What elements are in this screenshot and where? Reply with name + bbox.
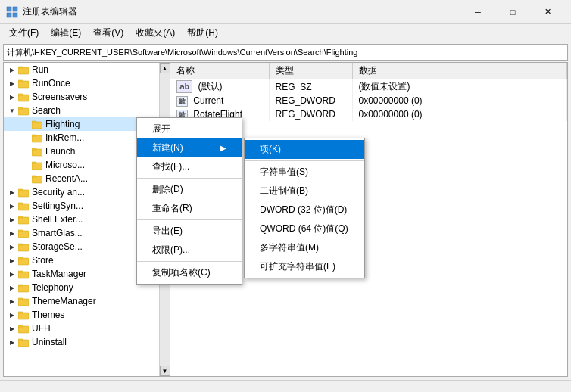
sub-item-dword[interactable]: DWORD (32 位)值(D) (245, 201, 364, 219)
window-controls: ─ □ ✕ (460, 0, 565, 24)
svg-rect-13 (32, 121, 36, 123)
ctx-copy-name[interactable]: 复制项名称(C) (137, 263, 242, 282)
sub-item-qword[interactable]: QWORD (64 位)值(Q) (245, 219, 364, 238)
reg-data-current: 0x00000000 (0) (352, 94, 567, 107)
maximize-button[interactable]: □ (495, 0, 530, 24)
table-row[interactable]: ab (默认) REG_SZ (数值未设置) (170, 79, 567, 95)
svg-rect-42 (18, 326, 29, 333)
ctx-find[interactable]: 查找(F)... (137, 157, 242, 176)
folder-icon-telephony (17, 282, 30, 293)
reg-data-default: (数值未设置) (352, 79, 567, 95)
arrow-taskmanager (7, 269, 17, 279)
arrow-telephony (7, 282, 17, 293)
tree-label-storagese: StorageSe... (32, 241, 83, 252)
svg-rect-24 (18, 204, 29, 210)
col-data[interactable]: 数据 (352, 63, 567, 79)
svg-rect-6 (18, 81, 29, 88)
arrow-recenta (20, 173, 31, 184)
reg-name-current: 鍁 Current (170, 94, 269, 107)
arrow-security (7, 187, 17, 198)
arrow-thememanager (7, 296, 17, 306)
address-path: 计算机\HKEY_CURRENT_USER\Software\Microsoft… (7, 47, 357, 58)
sub-item-binary[interactable]: 二进制值(B) (245, 182, 364, 201)
tree-label-flighting: Flighting (45, 119, 80, 129)
svg-rect-17 (32, 148, 36, 150)
tree-label-inkrem: InkRem... (45, 132, 84, 143)
tree-item-thememanager[interactable]: ThemeManager (4, 294, 159, 308)
ctx-export[interactable]: 导出(E) (137, 222, 242, 241)
status-bar (0, 380, 571, 392)
svg-rect-3 (13, 13, 17, 17)
folder-icon-taskmanager (17, 269, 30, 279)
folder-icon-ufh (17, 323, 30, 334)
svg-rect-38 (18, 299, 29, 306)
svg-rect-15 (32, 135, 36, 136)
menu-file[interactable]: 文件(F) (3, 25, 45, 41)
sub-item-string[interactable]: 字符串值(S) (245, 163, 364, 182)
close-button[interactable]: ✕ (530, 0, 565, 24)
menu-view[interactable]: 查看(V) (87, 25, 129, 41)
arrow-launch (20, 146, 31, 157)
tree-item-screensavers[interactable]: Screensavers (4, 90, 159, 104)
ctx-rename[interactable]: 重命名(R) (137, 199, 242, 218)
tree-item-search[interactable]: Search (4, 104, 159, 117)
folder-icon-settingsyn (17, 201, 30, 211)
svg-rect-45 (18, 339, 23, 341)
folder-icon-recenta (31, 173, 43, 184)
address-bar[interactable]: 计算机\HKEY_CURRENT_USER\Software\Microsoft… (3, 44, 568, 61)
folder-icon-search (17, 105, 30, 116)
svg-rect-8 (18, 95, 29, 101)
tree-label-search: Search (32, 105, 61, 116)
tree-item-run[interactable]: Run (4, 63, 159, 76)
folder-icon-store (17, 255, 30, 266)
svg-rect-25 (18, 203, 23, 204)
tree-item-themes[interactable]: Themes (4, 308, 159, 322)
svg-rect-4 (18, 67, 29, 74)
arrow-shellexter (7, 214, 17, 225)
menu-help[interactable]: 帮助(H) (181, 25, 224, 41)
table-row[interactable]: 鍁 Current REG_DWORD 0x00000000 (0) (170, 94, 567, 107)
arrow-storagese (7, 241, 17, 252)
ctx-permissions[interactable]: 权限(P)... (137, 241, 242, 260)
svg-rect-16 (32, 149, 42, 156)
folder-icon-launch (31, 146, 43, 157)
arrow-inkrem (20, 132, 31, 143)
tree-label-microso: Microso... (45, 160, 85, 170)
scroll-up-btn[interactable]: ▲ (160, 63, 170, 73)
sub-item-expandstring[interactable]: 可扩充字符串值(E) (245, 257, 364, 276)
arrow-run (7, 64, 17, 75)
scroll-down-btn[interactable]: ▼ (160, 366, 170, 376)
context-menu: 展开 新建(N) ▶ 查找(F)... 删除(D) 重命名(R) 导出(E) 权… (136, 117, 242, 285)
svg-rect-23 (18, 189, 23, 191)
folder-icon-flighting (31, 119, 43, 129)
ctx-new[interactable]: 新建(N) ▶ (137, 138, 242, 157)
arrow-runonce (7, 78, 17, 89)
menu-edit[interactable]: 编辑(E) (45, 25, 87, 41)
col-name[interactable]: 名称 (170, 63, 269, 79)
tree-label-ufh: UFH (32, 323, 51, 334)
svg-rect-41 (18, 312, 23, 313)
col-type[interactable]: 类型 (269, 63, 352, 79)
arrow-settingsyn (7, 201, 17, 211)
menu-bar: 文件(F) 编辑(E) 查看(V) 收藏夹(A) 帮助(H) (0, 24, 571, 42)
tree-item-runonce[interactable]: RunOnce (4, 76, 159, 90)
tree-item-uninstall[interactable]: Uninstall (4, 335, 159, 349)
sub-item-multistring[interactable]: 多字符串值(M) (245, 238, 364, 257)
svg-rect-33 (18, 257, 23, 259)
tree-label-screensavers: Screensavers (32, 92, 87, 102)
minimize-button[interactable]: ─ (460, 0, 495, 24)
tree-label-store: Store (32, 255, 54, 266)
folder-icon-thememanager (17, 296, 30, 306)
ctx-expand[interactable]: 展开 (137, 120, 242, 138)
svg-rect-19 (32, 162, 36, 163)
menu-favorites[interactable]: 收藏夹(A) (129, 25, 181, 41)
tree-label-uninstall: Uninstall (32, 337, 67, 347)
arrow-microso (20, 160, 31, 170)
folder-icon-uninstall (17, 337, 30, 347)
svg-rect-18 (32, 163, 42, 170)
ctx-delete[interactable]: 删除(D) (137, 180, 242, 199)
svg-rect-44 (18, 340, 29, 347)
svg-rect-1 (13, 7, 17, 11)
tree-item-ufh[interactable]: UFH (4, 322, 159, 335)
sub-item-key[interactable]: 项(K) (245, 140, 364, 159)
